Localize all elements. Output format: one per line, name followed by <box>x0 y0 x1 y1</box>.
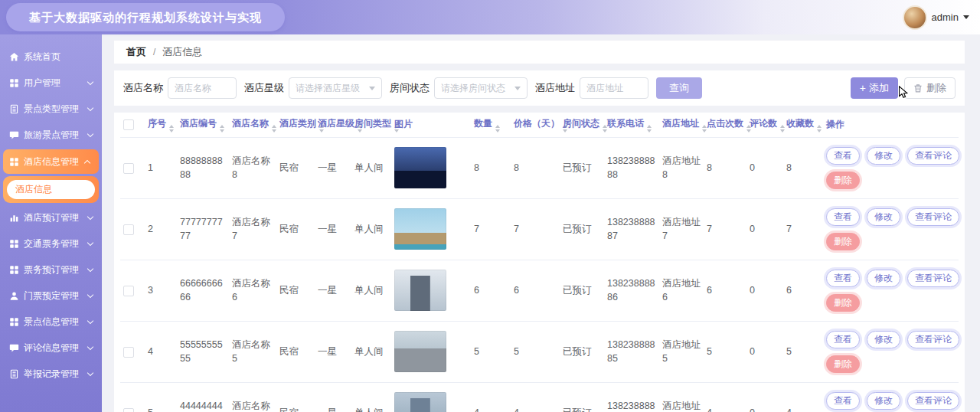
cell-room_status: 已预订 <box>560 260 604 321</box>
view-comments-button[interactable]: 查看评论 <box>907 392 959 410</box>
column-header-category[interactable]: 酒店类别 <box>276 113 315 137</box>
room-status-select[interactable]: 请选择房间状态 <box>434 77 528 99</box>
column-header-favorites[interactable]: 收藏数 <box>783 113 823 137</box>
view-comments-button[interactable]: 查看评论 <box>907 147 959 165</box>
column-header-hotel_no[interactable]: 酒店编号 <box>177 113 229 137</box>
cell-phone: 13823888885 <box>604 321 659 382</box>
table-row: 54444444444酒店名称4民宿一星单人间44已预订13823888884酒… <box>120 382 959 412</box>
sort-carets[interactable] <box>817 125 822 132</box>
edit-button[interactable]: 修改 <box>867 392 900 410</box>
cell-favorites: 8 <box>783 137 823 198</box>
breadcrumb: 首页 / 酒店信息 <box>114 41 965 64</box>
row-checkbox[interactable] <box>123 163 134 174</box>
cell-price: 4 <box>511 382 560 412</box>
row-checkbox[interactable] <box>123 408 134 412</box>
row-checkbox[interactable] <box>123 347 134 358</box>
room-status-select-placeholder: 请选择房间状态 <box>441 82 505 95</box>
delete-button[interactable]: 删除 <box>904 77 956 99</box>
sort-carets[interactable] <box>780 125 785 132</box>
view-button[interactable]: 查看 <box>826 392 860 410</box>
delete-row-button[interactable]: 删除 <box>826 172 860 189</box>
sidebar-item[interactable]: 景点类型管理 <box>0 96 102 122</box>
column-header-price[interactable]: 价格（天） <box>511 113 560 137</box>
cell-star: 一星 <box>315 260 351 321</box>
delete-row-button[interactable]: 删除 <box>826 355 860 373</box>
add-button[interactable]: + 添加 <box>851 77 898 99</box>
delete-row-button[interactable]: 删除 <box>826 233 860 250</box>
column-header-clicks[interactable]: 点击次数 <box>704 113 746 137</box>
sort-carets[interactable] <box>495 125 500 132</box>
hotel-name-input[interactable] <box>168 77 237 99</box>
column-header-room_type[interactable]: 房间类型 <box>351 113 391 137</box>
mouse-cursor <box>897 86 910 99</box>
sort-carets[interactable] <box>169 125 174 132</box>
cell-room_type: 单人间 <box>351 321 391 382</box>
sidebar-item-label: 票务预订管理 <box>24 263 88 276</box>
view-comments-button[interactable]: 查看评论 <box>907 270 959 287</box>
user-menu[interactable]: admin <box>903 5 969 30</box>
cell-room_status: 已预订 <box>560 137 604 198</box>
hotel-address-input[interactable] <box>580 77 648 99</box>
cell-category: 民宿 <box>276 321 315 382</box>
view-button[interactable]: 查看 <box>826 208 860 226</box>
delete-row-button[interactable]: 删除 <box>826 294 860 312</box>
sidebar-item-label: 酒店信息管理 <box>24 155 85 168</box>
sort-carets[interactable] <box>272 125 276 132</box>
sort-carets[interactable] <box>647 125 652 132</box>
column-label: 酒店名称 <box>232 118 269 129</box>
view-comments-button[interactable]: 查看评论 <box>907 331 959 348</box>
sidebar-item[interactable]: 酒店预订管理 <box>0 204 102 231</box>
sidebar-subitem[interactable]: 酒店信息 <box>7 180 95 199</box>
sort-carets[interactable] <box>220 125 224 132</box>
hotel-star-label: 酒店星级 <box>244 81 284 95</box>
cell-price: 5 <box>511 321 560 382</box>
sidebar-item[interactable]: 交通票务管理 <box>0 231 102 257</box>
column-header-comments[interactable]: 评论数 <box>746 113 783 137</box>
column-header-room_status[interactable]: 房间状态 <box>560 113 604 137</box>
row-checkbox[interactable] <box>123 224 134 235</box>
view-button[interactable]: 查看 <box>826 331 860 348</box>
breadcrumb-home[interactable]: 首页 <box>126 45 146 59</box>
row-checkbox[interactable] <box>123 286 134 296</box>
sidebar-item[interactable]: 酒店信息管理 <box>3 149 99 174</box>
view-button[interactable]: 查看 <box>826 147 860 165</box>
hotel-star-select[interactable]: 请选择酒店星级 <box>289 77 382 99</box>
cell-hotel_no: 6666666666 <box>177 260 229 321</box>
column-label: 房间类型 <box>354 118 391 129</box>
sidebar-item[interactable]: 评论信息管理 <box>0 335 102 361</box>
cell-address: 酒店地址5 <box>659 321 704 382</box>
search-button[interactable]: 查询 <box>656 77 702 99</box>
sidebar-item[interactable]: 旅游景点管理 <box>0 122 102 148</box>
sidebar-item-label: 酒店预订管理 <box>24 211 88 224</box>
edit-button[interactable]: 修改 <box>867 270 900 287</box>
view-comments-button[interactable]: 查看评论 <box>907 208 959 226</box>
sidebar-item[interactable]: 票务预订管理 <box>0 257 102 283</box>
column-header-star[interactable]: 酒店星级 <box>315 113 351 137</box>
column-header-name[interactable]: 酒店名称 <box>229 113 276 137</box>
cell-favorites: 7 <box>783 198 823 260</box>
cell-clicks: 5 <box>704 321 746 382</box>
cell-price: 7 <box>511 198 560 260</box>
column-header-quantity[interactable]: 数量 <box>471 113 511 137</box>
sidebar-menu: 系统首页用户管理景点类型管理旅游景点管理酒店信息管理酒店信息酒店预订管理交通票务… <box>0 44 102 387</box>
column-header-index[interactable]: 序号 <box>145 113 177 137</box>
cell-price: 6 <box>511 260 560 321</box>
cell-hotel_no: 4444444444 <box>177 382 229 412</box>
sidebar-item[interactable]: 景点信息管理 <box>0 309 102 335</box>
column-header-phone[interactable]: 联系电话 <box>604 113 659 137</box>
view-button[interactable]: 查看 <box>826 270 860 287</box>
grid-icon <box>8 264 19 275</box>
column-label: 数量 <box>474 118 492 129</box>
sidebar-item[interactable]: 用户管理 <box>0 70 102 96</box>
edit-button[interactable]: 修改 <box>867 331 900 348</box>
edit-button[interactable]: 修改 <box>867 208 900 226</box>
sidebar-item[interactable]: 门票预定管理 <box>0 283 102 309</box>
select-all-checkbox[interactable] <box>123 119 134 130</box>
avatar <box>903 5 927 30</box>
cell-hotel_no: 5555555555 <box>177 321 229 382</box>
edit-button[interactable]: 修改 <box>867 147 900 165</box>
sidebar-item[interactable]: 举报记录管理 <box>0 361 102 387</box>
chevron-down-icon <box>87 104 93 110</box>
column-header-address[interactable]: 酒店地址 <box>659 113 704 137</box>
sidebar-item[interactable]: 系统首页 <box>0 44 102 70</box>
